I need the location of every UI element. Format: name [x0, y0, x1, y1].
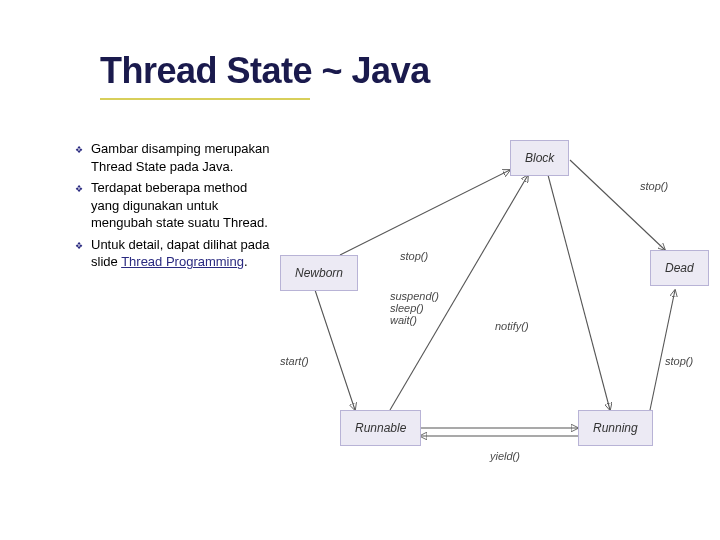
- state-block: Block: [510, 140, 569, 176]
- edge-label-start: start(): [280, 355, 309, 367]
- title-block: Thread State ~ Java: [100, 50, 430, 100]
- state-runnable: Runnable: [340, 410, 421, 446]
- bullet-icon: ❖: [75, 144, 91, 179]
- bullet-list: ❖ Gambar disamping merupakan Thread Stat…: [75, 140, 275, 275]
- list-item-text-suffix: .: [244, 254, 248, 269]
- state-newborn: Newborn: [280, 255, 358, 291]
- edge-label-stop: stop(): [640, 180, 668, 192]
- slide: Thread State ~ Java ❖ Gambar disamping m…: [0, 0, 720, 540]
- edge-label-notify: notify(): [495, 320, 529, 332]
- state-running: Running: [578, 410, 653, 446]
- state-dead: Dead: [650, 250, 709, 286]
- list-item: ❖ Untuk detail, dapat dilihat pada slide…: [75, 236, 275, 271]
- slide-title: Thread State ~ Java: [100, 50, 430, 92]
- thread-programming-link[interactable]: Thread Programming: [121, 254, 244, 269]
- list-item-text: Gambar disamping merupakan Thread State …: [91, 140, 275, 175]
- edge-label-stop: stop(): [665, 355, 693, 367]
- state-diagram: Newborn Block Dead Runnable Running stop…: [280, 130, 700, 470]
- bullet-icon: ❖: [75, 183, 91, 236]
- list-item-text: Untuk detail, dapat dilihat pada slide T…: [91, 236, 275, 271]
- list-item-text: Terdapat beberapa method yang digunakan …: [91, 179, 275, 232]
- list-item: ❖ Terdapat beberapa method yang digunaka…: [75, 179, 275, 232]
- list-item: ❖ Gambar disamping merupakan Thread Stat…: [75, 140, 275, 175]
- title-underline: [100, 98, 310, 100]
- edge-label-stop: stop(): [400, 250, 428, 262]
- bullet-icon: ❖: [75, 240, 91, 275]
- edge-label-suspend-sleep-wait: suspend() sleep() wait(): [390, 290, 439, 326]
- edge-label-yield: yield(): [490, 450, 520, 462]
